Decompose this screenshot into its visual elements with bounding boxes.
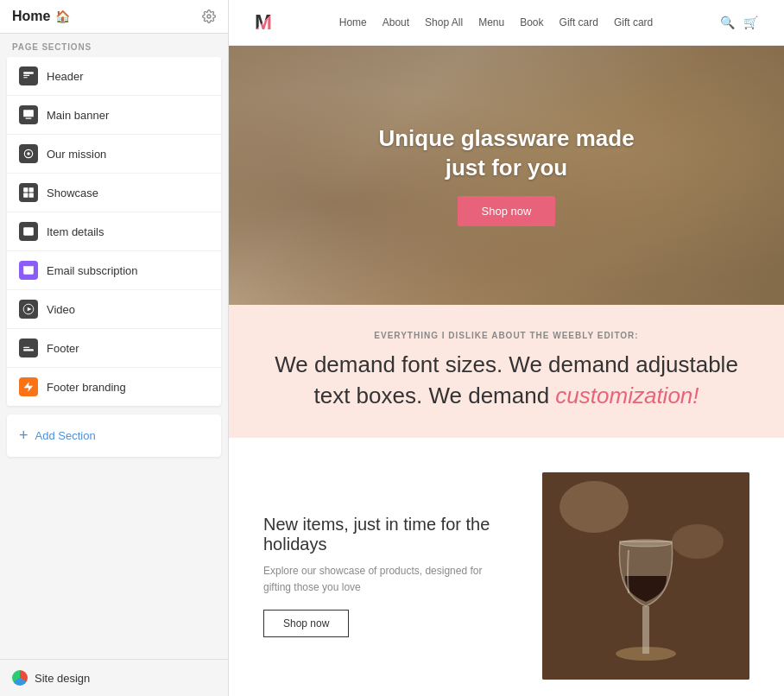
svg-rect-5 (26, 118, 32, 119)
sidebar-item-footer-branding-label: Footer branding (47, 381, 126, 394)
svg-marker-20 (24, 382, 34, 392)
editor-section: EVERYTHING I DISLIKE ABOUT THE WEEBLY ED… (229, 305, 784, 438)
svg-marker-17 (28, 307, 32, 312)
sidebar-item-email-subscription[interactable]: Email subscription (7, 251, 221, 290)
showcase-section: New items, just in time for the holidays… (229, 438, 784, 696)
main-preview: M Home About Shop All Menu Book Gift car… (229, 0, 784, 696)
svg-rect-25 (642, 606, 649, 654)
svg-rect-8 (23, 187, 28, 192)
sections-list: Header Main banner Our mission Showcase (7, 57, 221, 406)
nav-link-about[interactable]: About (383, 16, 409, 28)
sidebar-item-video[interactable]: Video (7, 290, 221, 329)
page-sections-label: PAGE SECTIONS (0, 34, 228, 57)
nav-link-gift-card-2[interactable]: Gift card (614, 16, 653, 28)
home-icon: 🏠 (55, 9, 70, 23)
nav-link-menu[interactable]: Menu (478, 16, 504, 28)
svg-rect-11 (29, 193, 34, 198)
add-section-button[interactable]: + Add Section (7, 414, 221, 457)
cart-icon[interactable]: 🛒 (743, 16, 758, 29)
showcase-cta-button[interactable]: Shop now (263, 610, 349, 637)
showcase-icon (19, 183, 38, 202)
hero-title: Unique glassware madejust for you (378, 124, 634, 183)
showcase-text: New items, just in time for the holidays… (263, 515, 508, 637)
sidebar-item-header[interactable]: Header (7, 57, 221, 96)
sidebar-item-email-subscription-label: Email subscription (47, 264, 138, 277)
nav-links: Home About Shop All Menu Book Gift card … (339, 16, 654, 28)
site-design-icon (12, 670, 28, 686)
sidebar-item-main-banner-label: Main banner (47, 109, 109, 122)
showcase-title: New items, just in time for the holidays (263, 515, 508, 554)
hero-section: Unique glassware madejust for you Shop n… (229, 46, 784, 305)
hero-cta-button[interactable]: Shop now (458, 196, 556, 226)
gear-button[interactable] (202, 9, 216, 23)
svg-point-22 (560, 481, 629, 533)
sidebar-item-showcase[interactable]: Showcase (7, 174, 221, 212)
svg-rect-9 (29, 187, 34, 192)
sidebar-item-our-mission[interactable]: Our mission (7, 135, 221, 174)
showcase-image (542, 472, 749, 680)
nav-link-book[interactable]: Book (520, 16, 543, 28)
preview-nav: M Home About Shop All Menu Book Gift car… (229, 0, 784, 46)
plus-icon: + (19, 427, 28, 445)
svg-rect-2 (23, 75, 29, 76)
sidebar-item-footer[interactable]: Footer (7, 329, 221, 368)
sidebar-item-showcase-label: Showcase (47, 187, 98, 199)
site-design-label: Site design (35, 672, 90, 685)
hero-content: Unique glassware madejust for you Shop n… (378, 124, 634, 227)
svg-point-26 (620, 540, 672, 547)
editor-section-text: We demand font sizes. We demand adjustab… (263, 349, 749, 412)
add-section-label: Add Section (35, 429, 96, 442)
showcase-description: Explore our showcase of products, design… (263, 563, 508, 596)
website-preview: M Home About Shop All Menu Book Gift car… (229, 0, 784, 696)
svg-rect-19 (23, 347, 29, 348)
header-icon (19, 66, 38, 85)
main-banner-icon (19, 105, 38, 124)
video-icon (19, 300, 38, 319)
sidebar-item-video-label: Video (47, 303, 75, 316)
svg-rect-3 (23, 77, 28, 78)
search-icon[interactable]: 🔍 (720, 16, 735, 29)
sidebar-item-item-details-label: Item details (47, 225, 104, 238)
footer-branding-icon (19, 377, 38, 396)
nav-link-home[interactable]: Home (339, 16, 367, 28)
sidebar-item-main-banner[interactable]: Main banner (7, 96, 221, 135)
page-title: Home 🏠 (12, 9, 70, 24)
email-subscription-icon (19, 261, 38, 280)
svg-point-23 (672, 524, 724, 559)
nav-link-gift-card-1[interactable]: Gift card (560, 16, 598, 28)
footer-icon (19, 339, 38, 357)
svg-point-7 (27, 152, 30, 155)
sidebar-item-item-details[interactable]: Item details (7, 212, 221, 251)
svg-rect-14 (26, 231, 28, 232)
sidebar-header: Home 🏠 (0, 0, 228, 34)
svg-point-0 (207, 15, 211, 18)
svg-rect-13 (26, 230, 30, 231)
svg-rect-18 (23, 349, 34, 351)
svg-rect-4 (23, 110, 34, 117)
svg-rect-12 (23, 227, 34, 235)
item-details-icon (19, 222, 38, 241)
sidebar-item-footer-label: Footer (47, 342, 79, 355)
svg-rect-1 (23, 72, 34, 73)
sidebar-item-our-mission-label: Our mission (47, 148, 106, 161)
site-logo: M (255, 10, 272, 35)
page-title-text: Home (12, 9, 50, 24)
site-design-button[interactable]: Site design (0, 659, 228, 696)
sidebar-item-header-label: Header (47, 70, 84, 83)
sidebar: Home 🏠 PAGE SECTIONS Header Main banner (0, 0, 229, 696)
editor-text-accent: customization! (555, 383, 699, 408)
nav-link-shop-all[interactable]: Shop All (425, 16, 463, 28)
our-mission-icon (19, 144, 38, 163)
svg-rect-10 (23, 193, 28, 198)
sidebar-item-footer-branding[interactable]: Footer branding (7, 368, 221, 406)
nav-icons: 🔍 🛒 (720, 16, 758, 29)
editor-section-label: EVERYTHING I DISLIKE ABOUT THE WEEBLY ED… (263, 331, 749, 340)
